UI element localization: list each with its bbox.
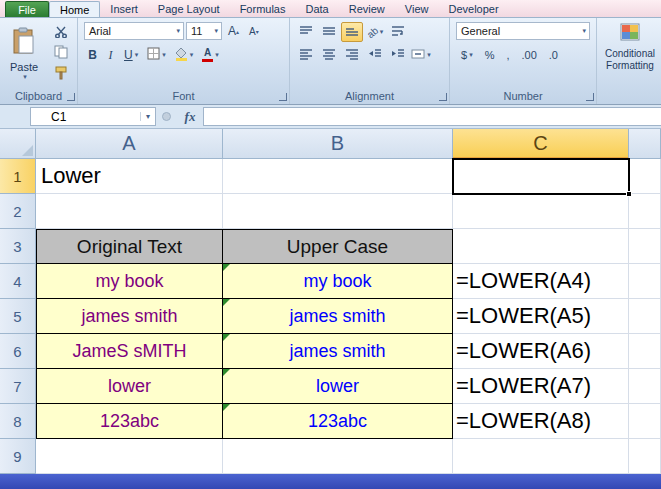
merge-center-button[interactable]: ▾ [410,45,432,65]
bold-button[interactable]: B [84,45,101,65]
copy-button[interactable] [48,44,74,63]
font-color-button[interactable]: A ▾ [198,45,223,65]
percent-style-button[interactable]: % [480,45,500,65]
comma-style-button[interactable]: , [501,45,514,65]
cell-b9[interactable] [223,439,453,474]
cell-b6[interactable]: james smith [223,334,453,369]
tab-file[interactable]: File [5,1,49,17]
cell-a3[interactable]: Original Text [36,229,223,264]
row-header-4[interactable]: 4 [0,264,36,299]
align-center-button[interactable] [318,45,340,65]
conditional-formatting-button[interactable]: Conditional Formatting [601,22,659,73]
tab-review[interactable]: Review [339,1,395,17]
row-header-3[interactable]: 3 [0,229,36,264]
clipboard-dialog-launcher[interactable] [67,93,75,101]
row-header-9[interactable]: 9 [0,439,36,474]
number-format-select[interactable]: General ▾ [456,22,590,40]
column-header-a[interactable]: A [36,129,223,159]
cell-b8[interactable]: 123abc [223,404,453,439]
cell-b5[interactable]: james smith [223,299,453,334]
tab-insert[interactable]: Insert [100,1,148,17]
tab-data[interactable]: Data [295,1,338,17]
font-size-select[interactable]: 11 ▾ [186,22,222,40]
cell-d2[interactable] [629,194,661,229]
orientation-button[interactable]: ab ▾ [364,22,386,42]
tab-developer[interactable]: Developer [438,1,508,17]
increase-indent-button[interactable] [387,45,409,65]
cell-b1[interactable] [223,159,453,194]
row-header-7[interactable]: 7 [0,369,36,404]
alignment-dialog-launcher[interactable] [439,93,447,101]
font-dialog-launcher[interactable] [279,93,287,101]
cell-d6[interactable] [629,334,661,369]
fill-handle[interactable] [626,191,632,197]
column-header-c[interactable]: C [453,129,629,159]
tab-formulas[interactable]: Formulas [230,1,296,17]
row-header-1[interactable]: 1 [0,159,36,194]
formula-bar-splitter[interactable] [162,112,171,121]
formula-input[interactable] [203,107,661,126]
cell-b3[interactable]: Upper Case [223,229,453,264]
cell-a8[interactable]: 123abc [36,404,223,439]
row-header-5[interactable]: 5 [0,299,36,334]
tab-view[interactable]: View [395,1,439,17]
name-box[interactable]: C1 ▾ [30,107,156,126]
cell-c9[interactable] [453,439,629,474]
cell-a7[interactable]: lower [36,369,223,404]
row-header-8[interactable]: 8 [0,404,36,439]
align-bottom-button[interactable] [341,22,363,42]
grow-font-button[interactable]: A ▴ [224,22,243,40]
cell-c4[interactable]: =LOWER(A4) [453,264,629,299]
cell-d9[interactable] [629,439,661,474]
align-left-button[interactable] [295,45,317,65]
cell-c2[interactable] [453,194,629,229]
align-right-button[interactable] [341,45,363,65]
borders-button[interactable]: ▾ [143,45,170,65]
cell-a1[interactable]: Lower [36,159,223,194]
italic-button[interactable]: I [102,45,119,65]
format-painter-button[interactable] [48,65,74,84]
align-top-button[interactable] [295,22,317,42]
tab-page-layout[interactable]: Page Layout [148,1,230,17]
cell-c6[interactable]: =LOWER(A6) [453,334,629,369]
underline-button[interactable]: U ▾ [120,45,142,65]
cell-d1[interactable] [629,159,661,194]
tab-home[interactable]: Home [49,1,100,17]
accounting-format-button[interactable]: $ ▾ [456,45,478,65]
active-cell-selection-border[interactable] [452,158,630,195]
cell-d8[interactable] [629,404,661,439]
cell-b7[interactable]: lower [223,369,453,404]
fill-color-button[interactable]: ▾ [171,45,198,65]
decrease-decimal-button[interactable]: .0 [544,45,563,65]
cell-c3[interactable] [453,229,629,264]
increase-decimal-button[interactable]: .00 [516,45,541,65]
cell-d4[interactable] [629,264,661,299]
column-header-b[interactable]: B [223,129,453,159]
cell-a9[interactable] [36,439,223,474]
cell-a6[interactable]: JameS sMITH [36,334,223,369]
row-header-6[interactable]: 6 [0,334,36,369]
cell-a5[interactable]: james smith [36,299,223,334]
paste-button[interactable]: Paste ▾ [4,21,44,87]
cell-c8[interactable]: =LOWER(A8) [453,404,629,439]
cell-c7[interactable]: =LOWER(A7) [453,369,629,404]
wrap-text-button[interactable] [387,22,409,42]
align-middle-button[interactable] [318,22,340,42]
row-header-2[interactable]: 2 [0,194,36,229]
insert-function-button[interactable]: fx [177,109,203,125]
cell-b4[interactable]: my book [223,264,453,299]
select-all-button[interactable] [0,129,36,159]
cell-d5[interactable] [629,299,661,334]
font-name-select[interactable]: Arial ▾ [84,22,184,40]
cell-c5[interactable]: =LOWER(A5) [453,299,629,334]
cell-d3[interactable] [629,229,661,264]
cell-d7[interactable] [629,369,661,404]
column-header-d[interactable] [629,129,661,159]
number-dialog-launcher[interactable] [586,93,594,101]
cell-a2[interactable] [36,194,223,229]
cell-a4[interactable]: my book [36,264,223,299]
decrease-indent-button[interactable] [364,45,386,65]
cell-b2[interactable] [223,194,453,229]
cut-button[interactable] [48,23,74,42]
shrink-font-button[interactable]: A ▾ [245,22,263,40]
